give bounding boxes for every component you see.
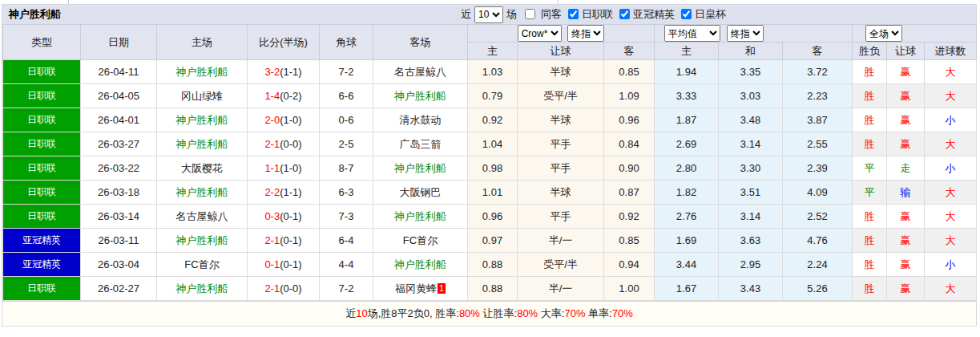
table-row: 亚冠精英26-03-04FC首尔0-1(0-1)4-4神户胜利船0.88受平/半…: [3, 253, 977, 277]
table-row: 日职联26-04-05冈山绿雉1-4(0-2)6-6神户胜利船0.79受平/半1…: [3, 84, 977, 108]
handicap-home-odds-cell: 0.98: [468, 156, 518, 181]
avg-draw-odds-cell: 3.43: [719, 277, 783, 301]
halftime-score: (1-1): [280, 186, 301, 198]
away-team-name[interactable]: 福冈黄蜂: [395, 282, 437, 294]
away-team-cell[interactable]: 名古屋鲸八: [373, 60, 468, 84]
result-cell: 平: [853, 156, 887, 181]
avg-draw-odds-cell: 3.35: [719, 60, 783, 84]
away-team-cell[interactable]: 神户胜利船: [373, 253, 468, 277]
subheader-goals: 进球数: [925, 43, 977, 60]
home-team-cell[interactable]: FC首尔: [157, 253, 248, 277]
league-type-cell: 日职联: [3, 108, 81, 132]
halftime-score: (1-0): [280, 114, 301, 126]
fulltime-score: 2-0: [264, 114, 280, 126]
home-team-cell[interactable]: 神户胜利船: [157, 132, 248, 156]
date-cell: 26-03-27: [81, 132, 157, 156]
result-cell: 胜: [853, 60, 887, 84]
halftime-score: (0-1): [280, 258, 301, 270]
avg-away-odds-cell: 4.09: [783, 181, 853, 205]
filter-checkbox-1[interactable]: 日职联: [568, 7, 615, 22]
avg-home-odds-cell: 3.33: [655, 84, 719, 108]
away-team-cell[interactable]: 神户胜利船: [373, 84, 468, 108]
league-type-cell: 日职联: [3, 84, 81, 108]
home-team-cell[interactable]: 神户胜利船: [157, 60, 248, 84]
handicap-line-cell: 半球: [518, 181, 604, 205]
away-team-cell[interactable]: 广岛三箭: [373, 132, 468, 156]
final-odds-select-2[interactable]: 终指: [727, 25, 764, 42]
checkbox-input[interactable]: [619, 9, 630, 19]
home-team-cell[interactable]: 冈山绿雉: [157, 84, 248, 108]
league-type-cell: 亚冠精英: [3, 229, 81, 253]
away-team-name[interactable]: 大阪钢巴: [400, 186, 442, 198]
home-team-cell[interactable]: 名古屋鲸八: [157, 205, 248, 229]
table-row: 日职联26-03-27神户胜利船2-1(0-0)2-5广岛三箭1.04平手0.8…: [3, 132, 977, 156]
table-header-row-groups: 类型 日期 主场 比分(半场) 角球 客场 Crow* 终指 平均值: [3, 25, 977, 43]
filter-checkbox-3[interactable]: 日皇杯: [681, 7, 728, 22]
bookmaker-select[interactable]: Crow*: [518, 25, 562, 42]
fulltime-score: 0-1: [264, 258, 280, 270]
subheader-handicap-home: 主: [468, 43, 518, 60]
score-cell: 0-3(0-1): [248, 205, 320, 229]
fulltime-score: 2-1: [264, 234, 280, 246]
away-team-cell[interactable]: FC首尔: [373, 229, 468, 253]
date-cell: 26-04-05: [81, 84, 157, 108]
full-match-select[interactable]: 全场: [865, 25, 902, 42]
table-row: 日职联26-03-18神户胜利船2-2(1-1)6-3大阪钢巴1.01半球0.8…: [3, 181, 977, 205]
handicap-result-cell: 输: [887, 181, 925, 205]
away-team-name[interactable]: 名古屋鲸八: [394, 66, 446, 78]
date-cell: 26-04-01: [81, 108, 157, 132]
handicap-result-cell: 赢: [887, 108, 925, 132]
home-team-cell[interactable]: 神户胜利船: [157, 229, 248, 253]
date-cell: 26-03-18: [81, 181, 157, 205]
away-team-cell[interactable]: 清水鼓动: [373, 108, 468, 132]
handicap-home-odds-cell: 0.97: [468, 229, 518, 253]
summary-stat-value: 80%: [517, 307, 538, 319]
handicap-away-odds-cell: 0.92: [604, 205, 655, 229]
subheader-avg-draw: 和: [719, 43, 783, 60]
handicap-line-cell: 半/一: [518, 229, 604, 253]
goals-result-cell: 大: [925, 84, 977, 108]
filter-checkbox-2[interactable]: 亚冠精英: [619, 7, 676, 22]
average-select[interactable]: 平均值: [664, 25, 720, 42]
away-team-cell[interactable]: 大阪钢巴: [373, 181, 468, 205]
avg-home-odds-cell: 2.69: [655, 132, 719, 156]
subheader-avg-home: 主: [655, 43, 719, 60]
date-cell: 26-03-11: [81, 229, 157, 253]
summary-text-segment: 单率:: [585, 307, 611, 319]
average-odds-group-header: 平均值 终指: [655, 25, 853, 43]
recent-label: 近: [461, 7, 471, 22]
avg-away-odds-cell: 2.52: [783, 205, 853, 229]
checkbox-input[interactable]: [525, 9, 535, 19]
result-cell: 平: [853, 181, 887, 205]
table-row: 日职联26-03-14名古屋鲸八0-3(0-1)7-3神户胜利船0.96平手0.…: [3, 205, 977, 229]
score-cell: 2-1(0-0): [248, 132, 320, 156]
checkbox-input[interactable]: [681, 9, 692, 19]
away-team-cell[interactable]: 福冈黄蜂1: [373, 277, 468, 301]
away-team-name[interactable]: 神户胜利船: [394, 162, 446, 174]
handicap-home-odds-cell: 1.03: [468, 60, 518, 84]
away-team-name[interactable]: 神户胜利船: [394, 210, 446, 222]
handicap-line-cell: 平手: [518, 205, 604, 229]
home-team-cell[interactable]: 神户胜利船: [157, 277, 248, 301]
corners-cell: 0-6: [320, 108, 373, 132]
away-team-name[interactable]: 神户胜利船: [394, 90, 446, 102]
away-team-name[interactable]: FC首尔: [403, 234, 438, 246]
table-row: 亚冠精英26-03-11神户胜利船2-1(0-1)6-4FC首尔0.97半/一0…: [3, 229, 977, 253]
result-cell: 胜: [853, 84, 887, 108]
date-cell: 26-02-27: [81, 277, 157, 301]
home-team-cell[interactable]: 大阪樱花: [157, 156, 248, 181]
checkbox-input[interactable]: [568, 9, 579, 19]
filter-checkbox-0[interactable]: 同客: [525, 7, 563, 22]
avg-draw-odds-cell: 2.95: [719, 253, 783, 277]
handicap-line-cell: 半/一: [518, 277, 604, 301]
away-team-name[interactable]: 神户胜利船: [394, 258, 446, 270]
matches-count-select[interactable]: 10: [474, 6, 503, 23]
away-team-name[interactable]: 清水鼓动: [400, 114, 442, 126]
home-team-cell[interactable]: 神户胜利船: [157, 181, 248, 205]
away-team-name[interactable]: 广岛三箭: [400, 138, 442, 150]
away-team-cell[interactable]: 神户胜利船: [373, 156, 468, 181]
goals-result-cell: 大: [925, 277, 977, 301]
home-team-cell[interactable]: 神户胜利船: [157, 108, 248, 132]
away-team-cell[interactable]: 神户胜利船: [373, 205, 468, 229]
final-odds-select-1[interactable]: 终指: [567, 25, 604, 42]
